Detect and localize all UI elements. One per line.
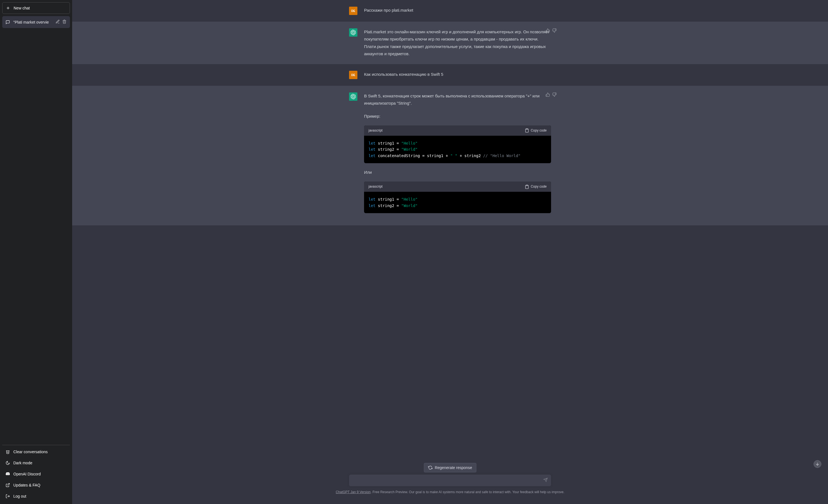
trash-icon	[6, 450, 10, 454]
copy-code-button[interactable]: Copy code	[525, 184, 547, 190]
assistant-avatar	[349, 92, 358, 101]
thumbs-down-icon[interactable]	[552, 28, 556, 34]
message-text: Plati.market это онлайн-магазин ключей и…	[364, 28, 551, 57]
logout-icon	[6, 494, 10, 498]
message-text: В Swift 5, конкатенация строк может быть…	[364, 92, 551, 219]
clipboard-icon	[525, 128, 529, 133]
new-chat-label: New chat	[13, 6, 30, 10]
thumbs-up-icon[interactable]	[545, 92, 550, 98]
code-body: let string1 = "Hello" let string2 = "Wor…	[364, 136, 551, 163]
message-assistant: В Swift 5, конкатенация строк может быть…	[72, 86, 828, 225]
edit-icon[interactable]	[55, 19, 60, 25]
delete-icon[interactable]	[62, 19, 67, 25]
sidebar: New chat "Plati market overvie Clear con…	[0, 0, 72, 504]
updates-button[interactable]: Updates & FAQ	[2, 479, 70, 491]
code-block: javascript Copy code let string1 = "Hell…	[364, 181, 551, 213]
conversation-item[interactable]: "Plati market overvie	[2, 16, 70, 28]
footer-text: . Free Research Preview. Our goal is to …	[371, 490, 565, 494]
dark-mode-label: Dark mode	[13, 461, 32, 465]
clipboard-icon	[525, 184, 529, 189]
or-label: Или	[364, 169, 551, 176]
discord-label: OpenAI Discord	[13, 472, 41, 476]
chat-scroll[interactable]: DE Расскажи про plati.market Plati.marke…	[72, 0, 828, 468]
external-link-icon	[6, 483, 10, 487]
send-icon	[543, 478, 548, 482]
thumbs-up-icon[interactable]	[545, 28, 550, 34]
main-content: DE Расскажи про plati.market Plati.marke…	[72, 0, 828, 504]
copy-label: Copy code	[531, 128, 547, 133]
assistant-intro: В Swift 5, конкатенация строк может быть…	[364, 92, 551, 107]
message-assistant: Plati.market это онлайн-магазин ключей и…	[72, 22, 828, 64]
version-link[interactable]: ChatGPT Jan 9 Version	[336, 490, 371, 494]
code-block: javascript Copy code let string1 = "Hell…	[364, 125, 551, 163]
chat-icon	[6, 20, 10, 25]
message-user: DE Как использовать конкатенацию в Swift…	[72, 64, 828, 86]
logout-button[interactable]: Log out	[2, 491, 70, 502]
user-avatar: DE	[349, 71, 358, 79]
sidebar-footer: Clear conversations Dark mode OpenAI Dis…	[2, 445, 70, 502]
example-label: Пример:	[364, 113, 551, 120]
discord-button[interactable]: OpenAI Discord	[2, 468, 70, 479]
code-header: javascript Copy code	[364, 181, 551, 192]
message-text: Расскажи про plati.market	[364, 7, 551, 15]
scroll-down-button[interactable]	[814, 460, 821, 468]
footer-note: ChatGPT Jan 9 Version. Free Research Pre…	[72, 490, 828, 494]
code-header: javascript Copy code	[364, 125, 551, 136]
svg-line-2	[7, 484, 9, 486]
copy-label: Copy code	[531, 184, 547, 190]
discord-icon	[6, 472, 10, 476]
copy-code-button[interactable]: Copy code	[525, 128, 547, 133]
conversation-actions	[55, 19, 67, 25]
new-chat-button[interactable]: New chat	[2, 2, 70, 14]
svg-rect-5	[526, 185, 528, 186]
dark-mode-button[interactable]: Dark mode	[2, 457, 70, 468]
plus-icon	[6, 6, 10, 10]
regenerate-button[interactable]: Regenerate response	[424, 463, 477, 472]
send-button[interactable]	[543, 478, 548, 483]
message-input-box	[349, 474, 551, 486]
feedback-actions	[545, 92, 556, 98]
user-avatar: DE	[349, 7, 358, 15]
message-text: Как использовать конкатенацию в Swift 5	[364, 71, 551, 79]
message-input[interactable]	[354, 478, 538, 482]
updates-label: Updates & FAQ	[13, 483, 40, 487]
clear-label: Clear conversations	[13, 450, 48, 454]
bottom-area: Regenerate response ChatGPT Jan 9 Versio…	[72, 468, 828, 504]
code-language: javascript	[369, 128, 383, 133]
assistant-avatar	[349, 28, 358, 37]
arrow-down-icon	[815, 462, 820, 466]
thumbs-down-icon[interactable]	[552, 92, 556, 98]
feedback-actions	[545, 28, 556, 34]
logout-label: Log out	[13, 494, 26, 498]
moon-icon	[6, 461, 10, 465]
code-language: javascript	[369, 184, 383, 190]
conversation-title: "Plati market overvie	[13, 20, 52, 25]
svg-rect-4	[526, 129, 528, 130]
regenerate-label: Regenerate response	[435, 465, 472, 470]
message-user: DE Расскажи про plati.market	[72, 0, 828, 22]
clear-conversations-button[interactable]: Clear conversations	[2, 446, 70, 457]
code-body: let string1 = "Hello" let string2 = "Wor…	[364, 192, 551, 213]
refresh-icon	[428, 465, 432, 470]
